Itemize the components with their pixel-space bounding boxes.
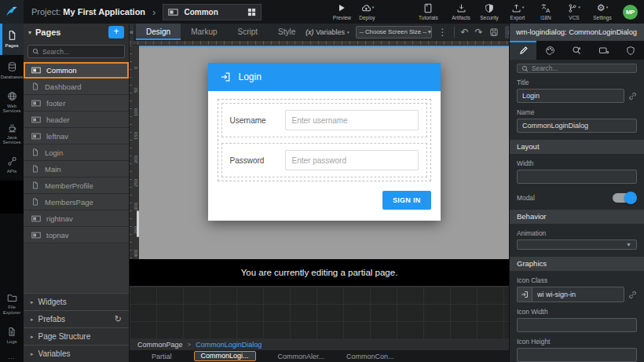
pages-search-input[interactable] <box>42 48 120 56</box>
tab-design[interactable]: Design <box>136 24 181 40</box>
pages-panel-header[interactable]: ▾ Pages + <box>24 24 129 41</box>
tutorials-button[interactable]: Tutorials <box>415 3 441 20</box>
breadcrumb-page[interactable]: CommonPage <box>137 341 183 349</box>
accordion-widgets[interactable]: ▸ Widgets <box>24 293 129 310</box>
sign-in-button[interactable]: SIGN IN <box>382 191 431 210</box>
name-field-label: Name <box>517 108 637 116</box>
undo-button[interactable]: ↶ <box>461 27 469 37</box>
collapse-panel-button[interactable]: « <box>130 24 134 41</box>
deploy-button[interactable]: ▾ Deploy <box>354 3 379 20</box>
rail-item-file-explorer[interactable]: File Explorer <box>0 288 24 320</box>
bind-link-icon[interactable] <box>628 92 637 101</box>
section-graphics: Graphics <box>510 257 644 271</box>
page-item-common[interactable]: Common <box>24 62 129 79</box>
grid-icon[interactable] <box>247 8 256 16</box>
i18n-button[interactable]: A i18N <box>533 3 558 20</box>
dialog-header[interactable]: Login <box>208 63 441 91</box>
settings-label: Settings <box>593 15 612 20</box>
modal-toggle-row: Modal <box>517 193 637 203</box>
rail-label: Pages <box>5 43 18 49</box>
username-field-row[interactable]: Username <box>221 103 427 137</box>
icon-class-input[interactable] <box>532 287 624 302</box>
tab-properties[interactable] <box>510 41 536 60</box>
more-vertical-button[interactable]: ⋮ <box>438 27 448 37</box>
tab-devices[interactable] <box>591 41 617 60</box>
tab-commonalertdialog[interactable]: CommonAler... <box>278 353 325 360</box>
tab-events[interactable] <box>563 41 590 60</box>
rail-item-web-services[interactable]: Web Services <box>0 86 24 118</box>
shield-outline-icon <box>626 46 635 56</box>
tab-partial[interactable]: Partial <box>152 353 172 360</box>
accordion-page-structure[interactable]: ▸ Page Structure <box>24 327 129 345</box>
page-item-main[interactable]: Main <box>24 161 129 177</box>
username-input[interactable] <box>285 110 419 130</box>
tab-style[interactable]: Style <box>268 24 306 40</box>
wavemaker-logo[interactable] <box>0 0 24 24</box>
page-item-rightnav[interactable]: rightnav <box>24 210 129 227</box>
rail-label: Web Services <box>0 104 24 114</box>
caret-right-icon: ▸ <box>31 351 34 357</box>
tab-styles[interactable] <box>536 41 563 60</box>
settings-button[interactable]: ⚙ ▾ Settings <box>590 3 615 20</box>
tab-markup[interactable]: Markup <box>181 24 227 40</box>
icon-height-input[interactable] <box>517 348 637 362</box>
artifacts-label: Artifacts <box>452 15 470 20</box>
page-item-label: topnav <box>46 231 69 240</box>
animation-select[interactable]: ▼ <box>517 240 637 250</box>
page-item-memberprofile[interactable]: MemberProfile <box>24 177 129 194</box>
rail-item-databases[interactable]: Databases <box>0 55 24 86</box>
refresh-icon[interactable]: ↻ <box>115 314 122 324</box>
rail-item-logs[interactable]: Logs <box>0 320 24 351</box>
vcs-label: VCS <box>569 15 579 20</box>
sign-in-icon[interactable] <box>517 287 532 302</box>
tab-script[interactable]: Script <box>228 24 269 40</box>
modal-toggle[interactable] <box>613 193 635 203</box>
breadcrumb-widget[interactable]: CommonLoginDialog <box>196 341 262 349</box>
pages-search-wrap <box>24 41 129 62</box>
security-button[interactable]: Security <box>477 3 502 20</box>
user-avatar[interactable]: MP <box>623 5 638 20</box>
page-item-leftnav[interactable]: leftnav <box>24 128 129 144</box>
export-button[interactable]: ▾ Export <box>505 3 530 20</box>
title-field-input[interactable] <box>517 89 624 103</box>
page-item-header[interactable]: header <box>24 112 129 128</box>
inspector-search-input[interactable] <box>532 64 632 72</box>
page-selector-dropdown[interactable]: Common <box>163 4 262 20</box>
vcs-button[interactable]: ▾ VCS <box>562 3 587 20</box>
tab-security[interactable] <box>617 41 644 60</box>
page-item-footer[interactable]: footer <box>24 95 129 112</box>
redo-button[interactable]: ↷ <box>475 27 483 37</box>
form-container[interactable]: Username Password <box>218 99 431 181</box>
rail-item-pages[interactable]: Pages <box>0 24 24 55</box>
icon-width-input[interactable] <box>517 318 637 332</box>
inspector-search[interactable] <box>517 64 637 73</box>
name-field-input[interactable] <box>517 119 637 133</box>
accordion-prefabs[interactable]: ▸ Prefabs ↻ <box>24 310 129 327</box>
save-button[interactable] <box>489 27 499 37</box>
login-dialog[interactable]: Login Username Password <box>208 63 441 221</box>
screen-size-select[interactable]: -- Choose Screen Size -- ▼ <box>356 26 432 38</box>
width-field-input[interactable] <box>517 170 637 184</box>
page-item-topnav[interactable]: topnav <box>24 227 129 243</box>
password-field-row[interactable]: Password <box>221 143 427 177</box>
rail-item-java-services[interactable]: Java Services <box>0 118 24 149</box>
password-input[interactable] <box>285 150 419 170</box>
pages-panel: ▾ Pages + Common Dashboard <box>24 24 130 362</box>
caret-right-icon: ▸ <box>31 299 34 305</box>
bind-link-icon[interactable] <box>628 291 637 299</box>
page-item-memberspage[interactable]: MembersPage <box>24 194 129 210</box>
preview-button[interactable]: Preview <box>329 3 354 20</box>
page-item-login[interactable]: Login <box>24 144 129 161</box>
artifacts-button[interactable]: Artifacts <box>448 3 474 20</box>
tab-commonconfirmdialog[interactable]: CommonCon... <box>346 353 394 360</box>
rail-item-apis[interactable]: APIs <box>0 149 24 181</box>
palette-icon <box>545 46 555 56</box>
pages-search[interactable] <box>27 45 125 58</box>
log-file-icon <box>7 327 16 337</box>
variables-dropdown[interactable]: (x) Variables ▾ <box>306 28 349 36</box>
page-item-dashboard[interactable]: Dashboard <box>24 79 129 95</box>
add-page-button[interactable]: + <box>108 26 124 38</box>
rail-more-button[interactable]: ... <box>0 351 24 362</box>
accordion-variables[interactable]: ▸ Variables <box>24 345 129 362</box>
tab-commonlogindialog[interactable]: CommonLogi... <box>194 351 256 361</box>
